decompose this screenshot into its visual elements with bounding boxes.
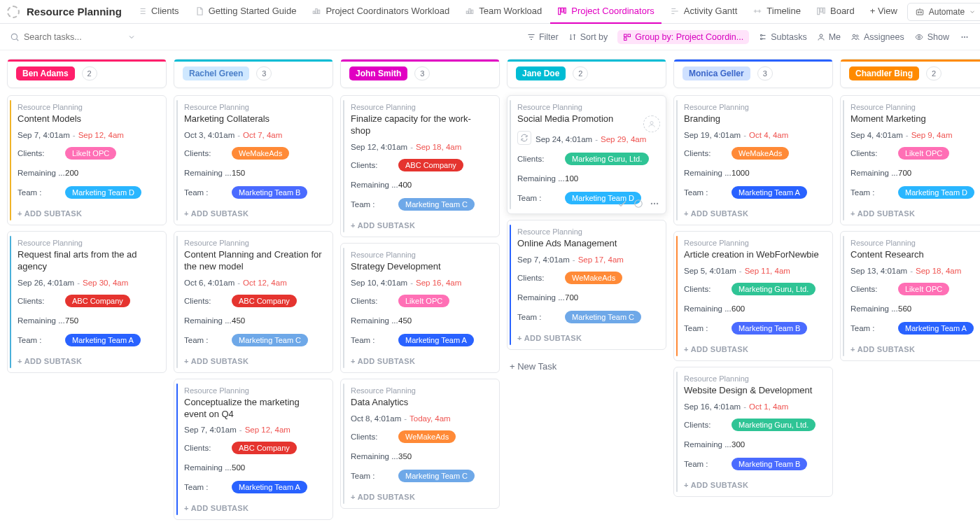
column-header[interactable]: Jane Doe2 (507, 59, 666, 88)
breadcrumb: Resource Planning (184, 386, 324, 395)
me-button[interactable]: Me (817, 32, 841, 42)
add-subtask-button[interactable]: + ADD SUBTASK (351, 217, 491, 234)
task-card[interactable]: Resource PlanningOnline Ads ManagementSe… (507, 220, 666, 350)
tab-clients[interactable]: Clients (130, 0, 186, 24)
add-subtask-button[interactable]: + ADD SUBTASK (684, 205, 824, 222)
show-button[interactable]: Show (914, 32, 949, 42)
team-badge[interactable]: Marketing Team A (732, 186, 807, 199)
circle-icon[interactable] (634, 199, 643, 209)
add-subtask-button[interactable]: + ADD SUBTASK (517, 330, 657, 346)
more-icon[interactable] (649, 199, 660, 209)
client-badge[interactable]: LikeIt OPC (898, 283, 949, 295)
team-badge[interactable]: Marketing Team A (65, 334, 141, 346)
column-header[interactable]: Monica Geller3 (673, 59, 833, 88)
client-badge[interactable]: LikeIt OPC (65, 147, 116, 160)
task-card[interactable]: Resource PlanningData AnalyticsOct 8, 4:… (340, 379, 500, 509)
sortby-button[interactable]: Sort by (568, 32, 608, 42)
remaining-value: 700 (565, 293, 578, 302)
task-card[interactable]: Resource PlanningMarketing CollateralsOc… (174, 95, 333, 225)
add-subtask-button[interactable]: + ADD SUBTASK (18, 205, 158, 222)
team-badge[interactable]: Marketing Team D (65, 186, 141, 199)
add-subtask-button[interactable]: + ADD SUBTASK (184, 205, 324, 222)
column-header[interactable]: Chandler Bing2 (840, 59, 980, 88)
client-badge[interactable]: Marketing Guru, Ltd. (732, 419, 816, 431)
team-row: Team :Marketing Team A (684, 185, 824, 199)
tab--view[interactable]: + View (863, 0, 904, 24)
task-card[interactable]: Resource PlanningBrandingSep 19, 4:01am-… (673, 95, 833, 225)
add-subtask-button[interactable]: + ADD SUBTASK (351, 489, 491, 505)
client-badge[interactable]: WeMakeAds (565, 272, 622, 284)
team-row: Team :Marketing Team C (517, 310, 657, 324)
groupby-button[interactable]: Group by: Project Coordin... (617, 30, 749, 44)
client-badge[interactable]: WeMakeAds (398, 430, 456, 443)
automate-button[interactable]: Automate (907, 3, 980, 21)
column-header[interactable]: John Smith3 (340, 59, 500, 88)
tab-getting-started-guide[interactable]: Getting Started Guide (188, 0, 304, 24)
client-badge[interactable]: WeMakeAds (732, 147, 789, 160)
tab-project-coordinators-workload[interactable]: Project Coordinators Workload (304, 0, 456, 24)
team-badge[interactable]: Marketing Team B (232, 186, 307, 199)
client-badge[interactable]: ABC Company (398, 159, 463, 171)
tab-activity-gantt[interactable]: Activity Gantt (663, 0, 745, 24)
client-badge[interactable]: WeMakeAds (232, 147, 289, 160)
add-subtask-button[interactable]: + ADD SUBTASK (184, 353, 324, 370)
team-badge[interactable]: Marketing Team C (565, 311, 641, 323)
task-card[interactable]: Resource PlanningSocial Media PromotionS… (507, 95, 666, 214)
client-badge[interactable]: LikeIt OPC (398, 295, 449, 307)
task-card[interactable]: Resource PlanningContent ResearchSep 13,… (840, 231, 980, 361)
tab-timeline[interactable]: Timeline (746, 0, 808, 24)
task-card[interactable]: Resource PlanningArticle creation in Web… (673, 231, 833, 361)
breadcrumb: Resource Planning (684, 103, 824, 111)
task-card[interactable]: Resource PlanningFinalize capacity for t… (340, 95, 500, 237)
filter-button[interactable]: Filter (527, 32, 559, 42)
add-subtask-button[interactable]: + ADD SUBTASK (184, 500, 324, 517)
client-badge[interactable]: Marketing Guru, Ltd. (565, 153, 649, 165)
client-badge[interactable]: ABC Company (232, 442, 297, 454)
team-badge[interactable]: Marketing Team A (898, 322, 974, 335)
team-badge[interactable]: Marketing Team C (398, 470, 475, 482)
search-input[interactable] (10, 32, 136, 42)
team-badge[interactable]: Marketing Team C (398, 198, 475, 211)
team-badge[interactable]: Marketing Team A (398, 334, 474, 346)
team-badge[interactable]: Marketing Team B (732, 322, 807, 335)
column-header[interactable]: Rachel Green3 (174, 59, 333, 88)
team-badge[interactable]: Marketing Team A (232, 481, 307, 493)
chevron-down-icon[interactable] (127, 33, 136, 41)
add-subtask-button[interactable]: + ADD SUBTASK (850, 341, 980, 358)
more-button[interactable] (959, 33, 970, 41)
add-subtask-button[interactable]: + ADD SUBTASK (684, 341, 824, 358)
task-card[interactable]: Resource PlanningStrategy DevelopmentSep… (340, 243, 500, 373)
add-subtask-button[interactable]: + ADD SUBTASK (850, 205, 980, 222)
task-card[interactable]: Resource PlanningWebsite Design & Develo… (673, 367, 833, 497)
client-badge[interactable]: LikeIt OPC (898, 147, 949, 160)
add-subtask-button[interactable]: + ADD SUBTASK (684, 477, 824, 493)
team-badge[interactable]: Marketing Team B (732, 458, 807, 470)
card-actions (617, 198, 660, 209)
search-field[interactable] (24, 32, 115, 42)
new-task-button[interactable]: + New Task (507, 356, 666, 377)
client-badge[interactable]: Marketing Guru, Ltd. (732, 283, 816, 295)
tab-board[interactable]: Board (809, 0, 862, 24)
task-card[interactable]: Resource PlanningRequest final arts from… (7, 231, 167, 373)
start-date: Sep 7, 4:01am (184, 426, 237, 434)
assignees-button[interactable]: Assignees (850, 32, 904, 42)
breadcrumb: Resource Planning (18, 103, 158, 111)
check-icon[interactable] (617, 198, 628, 209)
end-date: Oct 4, 4am (749, 131, 788, 139)
task-card[interactable]: Resource PlanningConceptualize the marke… (174, 379, 333, 521)
add-subtask-button[interactable]: + ADD SUBTASK (351, 353, 491, 370)
task-card[interactable]: Resource PlanningContent ModelsSep 7, 4:… (7, 95, 167, 225)
assignee-placeholder[interactable] (643, 115, 660, 132)
task-card[interactable]: Resource PlanningMoment MarketingSep 4, … (840, 95, 980, 225)
client-badge[interactable]: ABC Company (65, 295, 130, 307)
team-badge[interactable]: Marketing Team C (232, 334, 308, 346)
subtasks-button[interactable]: Subtasks (759, 32, 806, 42)
remaining-row: Remaining ...450 (184, 314, 324, 328)
tab-project-coordinators[interactable]: Project Coordinators (550, 0, 662, 24)
client-badge[interactable]: ABC Company (232, 295, 297, 307)
column-header[interactable]: Ben Adams2 (7, 59, 167, 88)
task-card[interactable]: Resource PlanningContent Planning and Cr… (174, 231, 333, 373)
tab-team-workload[interactable]: Team Workload (458, 0, 549, 24)
add-subtask-button[interactable]: + ADD SUBTASK (18, 353, 158, 370)
team-badge[interactable]: Marketing Team D (898, 186, 974, 199)
